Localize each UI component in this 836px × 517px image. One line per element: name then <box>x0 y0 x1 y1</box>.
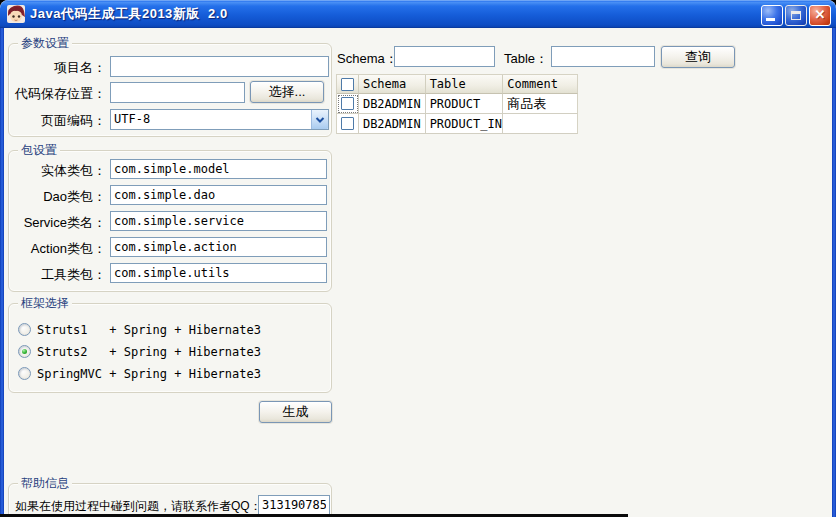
table-row[interactable]: DB2ADMIN PRODUCT 商品表 <box>337 94 578 114</box>
service-package-label: Service类名： <box>4 214 106 232</box>
column-header-schema[interactable]: Schema <box>359 75 426 94</box>
cell-comment: 商品表 <box>503 94 578 114</box>
encoding-selected-value: UTF-8 <box>111 110 311 129</box>
radio-struts2[interactable] <box>18 345 31 358</box>
utils-package-input[interactable] <box>110 263 327 283</box>
dao-package-label: Dao类包： <box>4 188 106 206</box>
radio-springmvc[interactable] <box>18 367 31 380</box>
window-title: Java代码生成工具2013新版 2.0 <box>30 5 228 23</box>
cell-schema: DB2ADMIN <box>359 94 426 114</box>
cell-schema: DB2ADMIN <box>359 114 426 134</box>
results-table: Schema Table Comment DB2ADMIN PRODUCT 商品… <box>336 74 578 134</box>
chevron-down-icon[interactable] <box>311 110 328 129</box>
column-header-table[interactable]: Table <box>426 75 504 94</box>
utils-package-label: 工具类包： <box>4 266 106 284</box>
radio-springmvc-label[interactable]: SpringMVC + Spring + Hibernate3 <box>37 367 261 381</box>
window-border-right <box>832 28 836 517</box>
generate-button[interactable]: 生成 <box>259 401 332 423</box>
close-button[interactable]: ✕ <box>809 5 831 26</box>
table-input[interactable] <box>551 46 655 67</box>
save-path-input[interactable] <box>110 82 245 103</box>
title-bar[interactable]: Java代码生成工具2013新版 2.0 ✕ <box>0 0 836 28</box>
header-checkbox-cell <box>337 75 359 94</box>
radio-struts2-label[interactable]: Struts2 + Spring + Hibernate3 <box>37 345 261 359</box>
column-header-comment[interactable]: Comment <box>503 75 578 94</box>
row-checkbox[interactable] <box>341 97 354 110</box>
cell-comment <box>503 114 578 134</box>
row-checkbox[interactable] <box>341 117 354 130</box>
project-name-label: 项目名： <box>8 59 106 77</box>
framework-group-title: 框架选择 <box>18 296 72 310</box>
maximize-icon <box>791 11 801 20</box>
encoding-combobox[interactable]: UTF-8 <box>110 109 329 130</box>
table-header-row: Schema Table Comment <box>337 75 578 94</box>
service-package-input[interactable] <box>110 211 327 231</box>
window-controls: ✕ <box>761 5 831 26</box>
select-all-checkbox[interactable] <box>341 78 354 91</box>
maximize-button[interactable] <box>785 5 807 26</box>
radio-struts1[interactable] <box>18 323 31 336</box>
table-row[interactable]: DB2ADMIN PRODUCT_INFO <box>337 114 578 134</box>
cell-table: PRODUCT <box>426 94 504 114</box>
params-group-title: 参数设置 <box>18 36 72 50</box>
encoding-label: 页面编码： <box>8 112 106 130</box>
help-text: 如果在使用过程中碰到问题，请联系作者QQ： <box>15 498 262 515</box>
schema-label: Schema： <box>337 50 398 68</box>
action-package-label: Action类包： <box>4 240 106 258</box>
row-checkbox-cell <box>337 94 359 114</box>
close-icon: ✕ <box>810 7 830 22</box>
app-icon <box>6 4 26 24</box>
schema-input[interactable] <box>394 46 495 67</box>
entity-package-label: 实体类包： <box>4 162 106 180</box>
choose-path-button[interactable]: 选择... <box>250 81 324 103</box>
package-group-title: 包设置 <box>18 143 60 157</box>
entity-package-input[interactable] <box>110 159 327 179</box>
help-group-title: 帮助信息 <box>18 476 72 490</box>
query-button[interactable]: 查询 <box>661 46 735 68</box>
save-path-label: 代码保存位置： <box>8 85 106 103</box>
minimize-icon <box>766 18 775 21</box>
project-name-input[interactable] <box>110 56 329 77</box>
qq-input[interactable] <box>258 495 330 515</box>
radio-struts1-label[interactable]: Struts1 + Spring + Hibernate3 <box>37 323 261 337</box>
action-package-input[interactable] <box>110 237 327 257</box>
app-window: Java代码生成工具2013新版 2.0 ✕ 参数设置 项目名： 代码保存位置：… <box>0 0 836 517</box>
minimize-button[interactable] <box>761 5 783 26</box>
row-checkbox-cell <box>337 114 359 134</box>
dao-package-input[interactable] <box>110 185 327 205</box>
cell-table: PRODUCT_INFO <box>426 114 504 134</box>
client-area: 参数设置 项目名： 代码保存位置： 选择... 页面编码： UTF-8 Sche… <box>4 28 832 517</box>
table-label: Table： <box>504 50 548 68</box>
